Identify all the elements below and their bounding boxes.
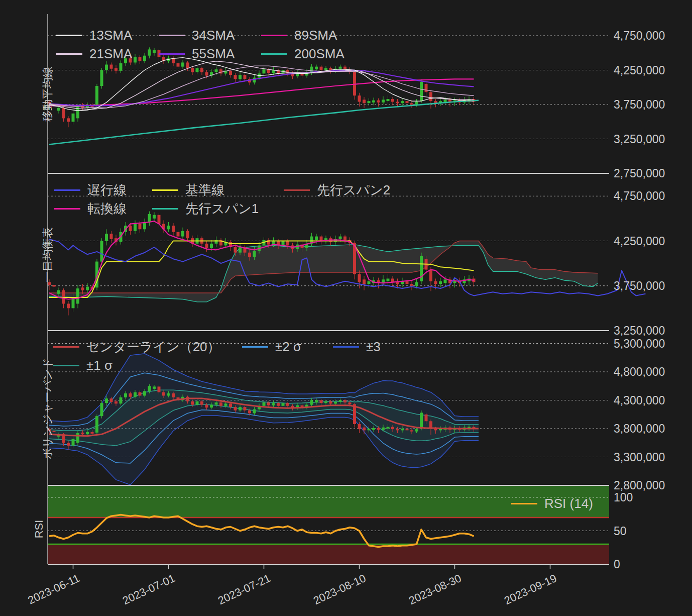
legend-senkou-b[interactable]: 先行スパン2 [284, 182, 390, 198]
sma89-line-swatch [261, 35, 287, 36]
boll-3sigma-line-swatch [333, 346, 359, 348]
legend-label: ±3 [366, 339, 381, 355]
legend-sma200[interactable]: 200SMA [261, 46, 344, 62]
sma13-line-swatch [56, 35, 82, 36]
panel-title-moving-averages: 移動平均線 [40, 61, 55, 127]
legend-label: 転換線 [87, 200, 127, 218]
legend-label: RSI (14) [544, 496, 593, 511]
legend-label: ±1 σ [86, 358, 112, 373]
legend-label: 先行スパン1 [185, 200, 259, 218]
senkou-b-line-swatch [284, 189, 310, 191]
chart-canvas[interactable] [0, 0, 692, 616]
legend-label: ±2 σ [275, 339, 301, 355]
rsi-line-swatch [511, 503, 537, 504]
legend-senkou-a[interactable]: 先行スパン1 [152, 200, 259, 217]
sma21-line-swatch [56, 53, 82, 55]
trading-chart-app: 4,750,0004,250,0003,750,0003,250,0002,75… [0, 0, 692, 616]
legend-label: 55SMA [192, 46, 235, 62]
legend-label: センターライン（20） [86, 338, 220, 356]
sma55-line-swatch [159, 53, 185, 55]
sma200-line-swatch [261, 53, 287, 55]
legend-sma21[interactable]: 21SMA [56, 46, 132, 62]
legend-label: 基準線 [185, 181, 224, 199]
legend-label: 21SMA [89, 46, 132, 62]
legend-tenkan[interactable]: 転換線 [54, 200, 127, 217]
tenkan-line-swatch [54, 208, 80, 210]
legend-rsi[interactable]: RSI (14) [511, 495, 593, 511]
legend-kijun[interactable]: 基準線 [152, 182, 224, 198]
legend-sma34[interactable]: 34SMA [159, 27, 235, 43]
legend-chikou[interactable]: 遅行線 [54, 182, 127, 198]
legend-boll-2sigma[interactable]: ±2 σ [242, 339, 301, 355]
sma34-line-swatch [159, 35, 185, 36]
legend-label: 13SMA [89, 28, 132, 43]
senkou-a-line-swatch [152, 208, 178, 210]
boll-2sigma-line-swatch [242, 346, 268, 348]
boll-center-line-swatch [53, 346, 79, 348]
kijun-line-swatch [152, 189, 178, 191]
legend-boll-3sigma[interactable]: ±3 [333, 339, 381, 355]
panel-title-ichimoku: 一目均衡表 [40, 222, 55, 287]
legend-label: 89SMA [294, 28, 337, 43]
legend-sma55[interactable]: 55SMA [159, 46, 235, 62]
legend-sma13[interactable]: 13SMA [56, 27, 132, 43]
legend-label: 200SMA [294, 46, 344, 62]
legend-label: 先行スパン2 [317, 181, 390, 199]
legend-label: 34SMA [192, 28, 235, 43]
legend-sma89[interactable]: 89SMA [261, 27, 337, 43]
chikou-line-swatch [54, 189, 80, 191]
panel-title-rsi: RSI [33, 514, 46, 544]
legend-boll-1sigma[interactable]: ±1 σ [53, 357, 112, 373]
legend-label: 遅行線 [87, 181, 127, 199]
boll-1sigma-line-swatch [53, 365, 79, 366]
legend-boll-center[interactable]: センターライン（20） [53, 339, 220, 355]
